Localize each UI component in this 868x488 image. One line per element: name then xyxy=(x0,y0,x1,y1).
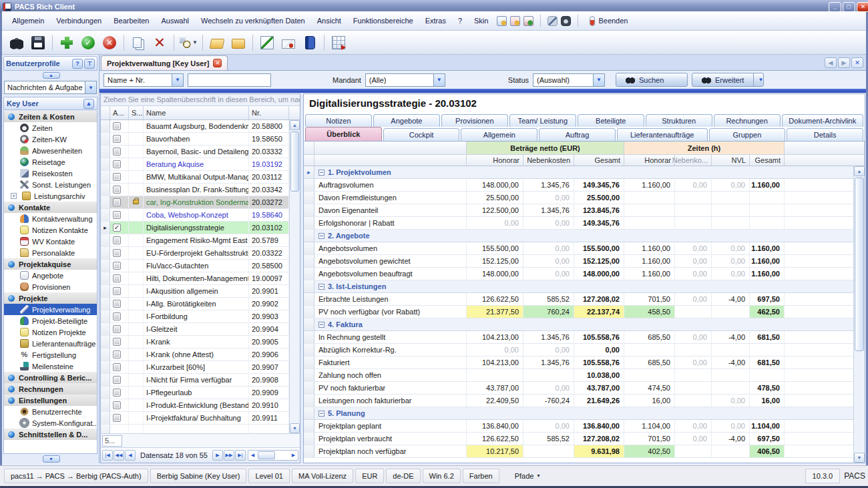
list-horizontal-scrollbar[interactable]: ◀ ▶ xyxy=(248,450,298,461)
mandant-dropdown[interactable]: (Alle) ▼ xyxy=(365,73,445,87)
nav-last-icon[interactable]: ▶| xyxy=(235,450,246,461)
row-checkbox[interactable] xyxy=(113,186,121,194)
sidebar-item-personalakte[interactable]: Personalakte xyxy=(4,247,97,258)
list-row[interactable]: Engagement Risiko-Mgmt East20.5789 xyxy=(101,234,300,247)
menu-extras[interactable]: Extras xyxy=(419,15,452,27)
list-row[interactable]: I-Projektfaktura/ Buchhaltung20.9911 xyxy=(101,412,300,425)
scrollbar-thumb[interactable] xyxy=(855,178,864,351)
checkbox-cell[interactable] xyxy=(110,425,129,433)
list-row[interactable]: car, Ing-Konstruktion Sondermas...20.032… xyxy=(101,196,300,209)
tab-auftrag[interactable]: Auftrag xyxy=(539,128,616,141)
sidebar-item-sonst-leistungen[interactable]: Sonst. Leistungen xyxy=(4,179,97,190)
col-nebenko-h[interactable]: Nebenko... xyxy=(675,155,712,166)
list-row[interactable]: I-Krank20.9905 xyxy=(101,336,300,348)
statusbar-segment[interactable]: Win 6.2 xyxy=(423,469,461,483)
table-row[interactable]: Angebotsvolumen beauftragt148.000,000,00… xyxy=(304,268,865,280)
close-button[interactable]: ✕ xyxy=(857,2,868,12)
checkbox-cell[interactable] xyxy=(110,260,129,272)
chevron-up-icon[interactable]: ▲ xyxy=(83,99,94,109)
list-row[interactable]: I-Gleitzeit20.9904 xyxy=(101,323,300,336)
tab-angebote[interactable]: Angebote xyxy=(373,114,440,127)
table-row[interactable]: Davon Fremdleistungen25.500,000,0025.500… xyxy=(304,192,865,204)
row-checkbox[interactable] xyxy=(113,274,121,282)
sidebar-section-controlling-beric[interactable]: Controlling & Beric... xyxy=(4,372,97,383)
checkbox-cell[interactable]: ✓ xyxy=(110,222,129,234)
row-checkbox[interactable] xyxy=(113,262,121,270)
calendar-lock-red-icon[interactable] xyxy=(510,16,520,26)
search-field-selector[interactable]: Name + Nr. ▼ xyxy=(103,73,184,87)
add-button[interactable] xyxy=(57,33,76,52)
save-button[interactable] xyxy=(29,33,47,52)
list-row[interactable]: Bauamt Augsburg, Bodendenkm...20.58800 xyxy=(101,120,300,133)
sidebar-section-einstellungen[interactable]: Einstellungen xyxy=(4,395,97,406)
nav-prev-page-icon[interactable]: ◀◀ xyxy=(114,450,124,461)
list-row[interactable] xyxy=(101,425,300,433)
header-betraege-netto[interactable]: Beträge netto (EUR) xyxy=(467,142,624,154)
statusbar-pfade[interactable]: Pfade ▾ xyxy=(508,469,547,483)
tab-allgemein[interactable]: Allgemein xyxy=(461,128,537,141)
messages-dropdown[interactable]: Nachrichten & Aufgabe ▼ xyxy=(4,81,97,94)
nav-next-page-icon[interactable]: ▶▶ xyxy=(224,450,234,461)
tab-strip-close-icon[interactable]: ✕ xyxy=(851,57,863,68)
checkbox-cell[interactable] xyxy=(110,374,129,386)
row-checkbox[interactable] xyxy=(113,160,121,168)
table-row[interactable]: Abzüglich Korrektur-Rg.0,000,000,00 xyxy=(304,344,865,356)
table-group-row-3-ist-leistungen[interactable]: −3. Ist-Leistungen xyxy=(304,280,865,293)
statusbar-segment[interactable]: EUR xyxy=(355,469,384,483)
table-row[interactable]: PV noch verfügbar (vor Rabatt)21.377,507… xyxy=(304,306,865,318)
mail-button[interactable] xyxy=(279,33,298,52)
collapse-icon[interactable]: − xyxy=(318,284,324,290)
menu-bearbeiten[interactable]: Bearbeiten xyxy=(107,15,155,27)
collapse-icon[interactable]: − xyxy=(318,322,324,328)
table-row[interactable]: Projektplan noch verfügbar10.217,509.631… xyxy=(304,445,865,458)
menu-[interactable]: ? xyxy=(452,15,468,27)
table-group-row-1-projektvolumen[interactable]: ▸−1. Projektvolumen xyxy=(304,166,865,179)
row-checkbox[interactable] xyxy=(113,389,121,397)
checkbox-cell[interactable] xyxy=(110,348,129,360)
keyuser-group-header[interactable]: Key User ▲ xyxy=(3,97,97,110)
status-dropdown[interactable]: (Auswahl) ▼ xyxy=(533,73,605,87)
calendar-export-icon[interactable] xyxy=(523,16,533,26)
delete-button[interactable]: ✕ xyxy=(150,33,169,52)
list-row[interactable]: I-Krank (ohne Attest)20.9906 xyxy=(101,348,300,361)
sidebar-section-projekte[interactable]: Projekte xyxy=(4,292,97,304)
table-row[interactable]: Zahlung noch offen10.038,00 xyxy=(304,369,865,382)
col-gesamt-eur[interactable]: Gesamt xyxy=(574,155,624,166)
column-header-a[interactable]: A... xyxy=(110,106,129,119)
help-icon[interactable]: ? xyxy=(72,59,83,69)
statusbar-segment[interactable]: Farben xyxy=(463,469,499,483)
copy-button[interactable] xyxy=(129,33,148,52)
sidebar-item-wv-kontakte[interactable]: WV Kontakte xyxy=(4,236,97,247)
table-row[interactable]: Erfolgshonorar | Rabatt0,000,00149.345,7… xyxy=(304,217,865,230)
checkbox-cell[interactable] xyxy=(110,272,129,284)
checkbox-cell[interactable] xyxy=(110,387,129,399)
pin-icon[interactable]: ⊤ xyxy=(84,59,95,69)
row-checkbox[interactable]: ✓ xyxy=(113,224,121,232)
scrollbar-thumb[interactable] xyxy=(258,451,275,459)
scroll-down-icon[interactable]: ▼ xyxy=(290,423,300,433)
table-group-row-4-faktura[interactable]: −4. Faktura xyxy=(304,318,865,331)
chart-button[interactable] xyxy=(258,33,276,52)
tab-überblick[interactable]: Überblick xyxy=(305,127,382,141)
table-row[interactable]: Projektplan geplant136.840,000,00136.840… xyxy=(304,420,865,433)
scroll-down-icon[interactable]: ▼ xyxy=(43,455,60,463)
sidebar-item-meilensteine[interactable]: Meilensteine xyxy=(4,360,97,372)
sidebar-item-reisetage[interactable]: Reisetage xyxy=(4,156,97,168)
table-row[interactable]: In Rechnung gestellt104.213,001.345,7610… xyxy=(304,331,865,344)
list-row[interactable]: I-Akqusition allgemein20.9901 xyxy=(101,285,300,298)
table-group-row-5-planung[interactable]: −5. Planung xyxy=(304,407,865,420)
camera-icon[interactable] xyxy=(561,16,571,26)
folder-button[interactable] xyxy=(229,33,248,52)
sidebar-section-zeiten-kosten[interactable]: Zeiten & Kosten xyxy=(4,111,97,122)
table-row[interactable]: PV noch fakturierbar43.787,000,0043.787,… xyxy=(304,382,865,395)
cancel-button[interactable]: ✕ xyxy=(100,33,119,52)
tab-details[interactable]: Details xyxy=(787,128,863,141)
collapse-icon[interactable]: − xyxy=(318,170,324,176)
row-checkbox[interactable] xyxy=(113,287,121,295)
tab-dokument-archivlink[interactable]: Dokument-Archivlink xyxy=(782,114,863,127)
sidebar-section-schnittstellen-d[interactable]: Schnittstellen & D... xyxy=(4,429,97,440)
advanced-button[interactable]: Erweitert ▼ xyxy=(692,73,764,87)
row-checkbox[interactable] xyxy=(113,401,121,409)
tab-provisionen[interactable]: Provisionen xyxy=(441,114,508,127)
filter-cell[interactable]: 5... xyxy=(102,435,122,447)
